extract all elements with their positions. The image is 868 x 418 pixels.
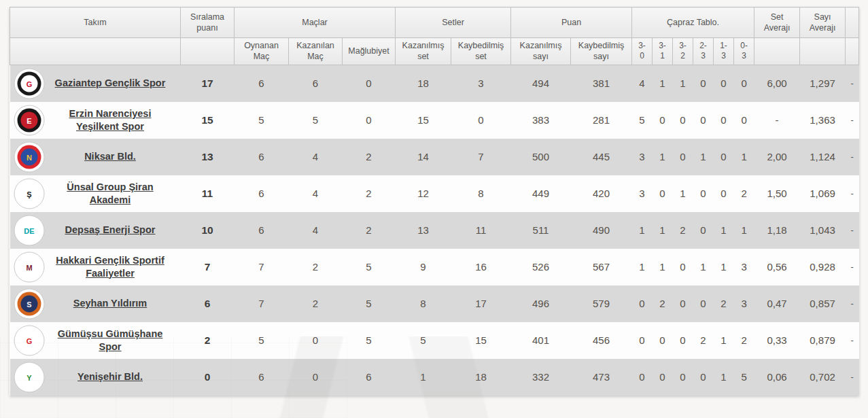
played-value: 6: [235, 65, 289, 102]
played-value: 6: [235, 212, 289, 249]
table-row: Ş Ünsal Group Şiran Akademi 11 6 4 2 12 …: [10, 175, 859, 212]
team-logo: Y: [14, 362, 45, 393]
svg-text:Y: Y: [27, 373, 32, 381]
lost-value: 5: [343, 285, 396, 322]
score-average-value: 1,043: [800, 212, 846, 249]
lost-value: 2: [343, 212, 396, 249]
team-link[interactable]: Yenişehir Bld.: [77, 370, 143, 383]
cross-3-0-value: 1: [632, 249, 653, 285]
points-lost-value: 567: [571, 249, 632, 285]
header-cross-2-3: 2-3: [693, 38, 714, 65]
points-won-value: 449: [511, 175, 571, 212]
sets-won-value: 15: [396, 102, 451, 139]
header-empty-rank: [181, 38, 235, 65]
sets-lost-value: 16: [451, 249, 511, 285]
table-row: N Niksar Bld. 13 6 4 2 14 7 500 445 3 1 …: [10, 139, 859, 175]
svg-text:Ş: Ş: [27, 190, 31, 198]
svg-text:M: M: [26, 263, 32, 271]
header-played: Oynanan Maç: [235, 38, 289, 65]
team-link[interactable]: Hakkari Gençlik Sportif Faaliyetler: [47, 254, 174, 280]
cross-0-3-value: 5: [734, 359, 754, 396]
cross-3-0-value: 0: [632, 322, 653, 359]
team-logo-icon: S: [14, 288, 45, 319]
set-average-value: 2,00: [754, 139, 800, 175]
played-value: 7: [235, 285, 289, 322]
cross-1-3-value: 0: [714, 175, 734, 212]
team-link[interactable]: Erzin Narenciyesi Yeşilkent Spor: [47, 107, 174, 133]
sets-won-value: 5: [396, 322, 451, 359]
team-link[interactable]: Gümüşsu Gümüşhane Spor: [47, 328, 174, 353]
table-row: DE Depsaş Enerji Spor 10 6 4 2 13 11 511…: [10, 212, 859, 249]
lost-value: 5: [343, 322, 396, 359]
points-won-value: 383: [511, 102, 571, 139]
sets-lost-value: 7: [451, 139, 511, 175]
trailing-dash: -: [846, 65, 859, 102]
cross-3-1-value: 0: [653, 322, 673, 359]
cross-3-2-value: 0: [673, 102, 693, 139]
header-sets-won: Kazanılmış set: [396, 38, 451, 65]
team-link[interactable]: Ünsal Group Şiran Akademi: [47, 181, 174, 207]
header-group-points: Puan: [511, 7, 632, 38]
cross-1-3-value: 1: [714, 212, 734, 249]
table-body: G Gaziantep Gençlik Spor 17 6 6 0 18 3 4…: [10, 65, 859, 396]
cross-3-1-value: 1: [653, 212, 673, 249]
sets-won-value: 14: [396, 139, 451, 175]
team-link[interactable]: Gaziantep Gençlik Spor: [55, 77, 166, 90]
cross-3-0-value: 5: [632, 102, 653, 139]
sets-won-value: 13: [396, 212, 451, 249]
rank-points-value: 11: [181, 175, 235, 212]
score-average-value: 1,124: [800, 139, 846, 175]
cross-0-3-value: 2: [734, 322, 754, 359]
header-rank-points: Sıralama puanı: [181, 7, 235, 38]
rank-points-value: 15: [181, 102, 235, 139]
cross-3-1-value: 0: [653, 175, 673, 212]
cross-3-0-value: 0: [632, 285, 653, 322]
cross-3-2-value: 0: [673, 285, 693, 322]
points-won-value: 401: [511, 322, 571, 359]
cross-3-1-value: 2: [653, 285, 673, 322]
header-points-lost: Kaybedilmiş sayı: [571, 38, 632, 65]
rank-points-value: 2: [181, 322, 235, 359]
won-value: 0: [289, 322, 343, 359]
table-row: G Gümüşsu Gümüşhane Spor 2 5 0 5 5 15 40…: [10, 322, 859, 359]
team-cell: N Niksar Bld.: [10, 139, 181, 175]
sets-lost-value: 11: [451, 212, 511, 249]
header-empty-team: [10, 38, 181, 65]
trailing-dash: -: [846, 322, 859, 359]
header-group-sets: Setler: [396, 7, 511, 38]
set-average-value: 0,56: [754, 249, 800, 285]
won-value: 2: [289, 249, 343, 285]
score-average-value: 1,069: [800, 175, 846, 212]
team-cell: Ş Ünsal Group Şiran Akademi: [10, 175, 181, 212]
header-empty-spacer: [846, 38, 859, 65]
team-link[interactable]: Niksar Bld.: [84, 150, 136, 163]
team-cell: S Seyhan Yıldırım: [10, 285, 181, 322]
header-empty-scoreavg: [800, 38, 846, 65]
team-logo-icon: G: [14, 325, 45, 356]
won-value: 4: [289, 175, 343, 212]
team-logo: N: [14, 141, 45, 173]
svg-text:DE: DE: [24, 226, 34, 234]
cross-3-1-value: 1: [653, 249, 673, 285]
team-link[interactable]: Depsaş Enerji Spor: [65, 224, 156, 237]
cross-1-3-value: 0: [714, 102, 734, 139]
cross-3-1-value: 0: [653, 102, 673, 139]
team-link[interactable]: Seyhan Yıldırım: [73, 297, 147, 310]
points-lost-value: 281: [571, 102, 632, 139]
lost-value: 6: [343, 359, 396, 396]
points-lost-value: 456: [571, 322, 632, 359]
standings-table: Takım Sıralama puanı Maçlar Setler Puan …: [10, 7, 859, 396]
team-cell: G Gümüşsu Gümüşhane Spor: [10, 322, 181, 359]
cross-0-3-value: 3: [734, 249, 754, 285]
header-spacer: [846, 7, 859, 38]
cross-3-1-value: 0: [653, 359, 673, 396]
trailing-dash: -: [846, 285, 859, 322]
team-logo-icon: Ş: [14, 178, 45, 209]
points-won-value: 511: [511, 212, 571, 249]
header-cross-1-3: 1-3: [714, 38, 734, 65]
played-value: 6: [235, 359, 289, 396]
score-average-value: 0,928: [800, 249, 846, 285]
cross-3-0-value: 4: [632, 65, 653, 102]
sets-lost-value: 0: [451, 102, 511, 139]
svg-text:E: E: [27, 116, 31, 124]
